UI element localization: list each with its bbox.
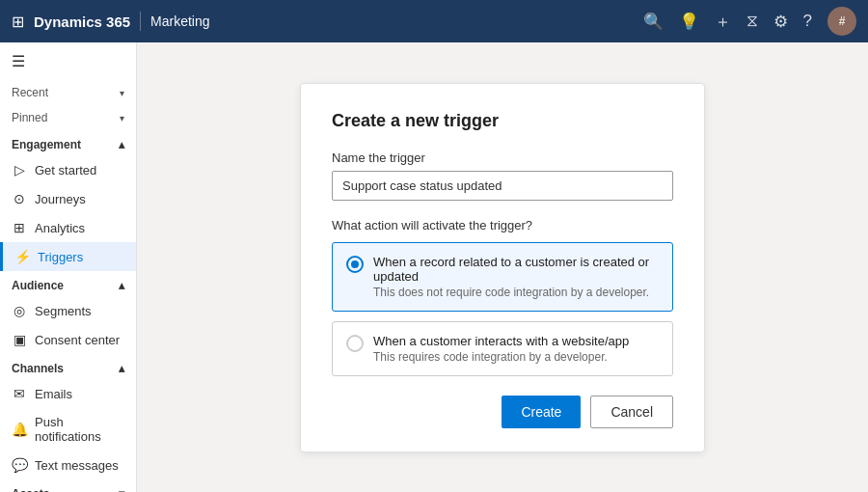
grid-icon[interactable]: ⊞ [12,13,24,31]
pinned-section[interactable]: Pinned ▾ [0,105,136,130]
option2-main: When a customer interacts with a website… [373,334,629,348]
sidebar-item-analytics[interactable]: ⊞ Analytics [0,213,136,242]
create-button[interactable]: Create [502,396,581,428]
email-icon: ✉ [12,386,27,401]
name-label: Name the trigger [332,150,673,165]
push-icon: 🔔 [12,422,27,437]
channels-group: Channels ▴ [0,354,136,379]
analytics-icon: ⊞ [12,220,27,235]
recent-chevron: ▾ [120,88,124,98]
main-content: Create a new trigger Name the trigger Wh… [137,42,868,492]
channels-chevron: ▴ [119,362,124,375]
sidebar-item-get-started[interactable]: ▷ Get started [0,155,136,184]
pinned-chevron: ▾ [120,113,124,123]
sidebar: ☰ Recent ▾ Pinned ▾ Engagement ▴ ▷ Get s… [0,42,137,492]
module-name: Marketing [150,14,209,29]
radio-option-website[interactable]: When a customer interacts with a website… [332,321,673,376]
trigger-name-input[interactable] [332,171,673,201]
sidebar-item-text-messages[interactable]: 💬 Text messages [0,451,136,479]
assets-group: Assets ▾ [0,479,136,492]
radio-option-record[interactable]: When a record related to a customer is c… [332,242,673,312]
assets-chevron: ▾ [119,487,124,492]
topbar-actions: 🔍 💡 ＋ ⧖ ⚙ ? # [643,7,856,36]
audience-chevron: ▴ [119,279,124,292]
pinned-label: Pinned [12,111,47,124]
triggers-icon: ⚡ [14,249,30,264]
topbar: ⊞ Dynamics 365 Marketing 🔍 💡 ＋ ⧖ ⚙ ? # [0,0,868,42]
recent-label: Recent [12,86,48,99]
consent-icon: ▣ [12,332,27,347]
option1-sub: This does not require code integration b… [373,286,659,299]
user-avatar[interactable]: # [827,7,856,36]
sidebar-item-push-notifications[interactable]: 🔔 Push notifications [0,408,136,451]
filter-icon[interactable]: ⧖ [746,12,758,31]
option2-sub: This requires code integration by a deve… [373,350,629,364]
sidebar-item-triggers[interactable]: ⚡ Triggers [0,242,136,271]
recent-section[interactable]: Recent ▾ [0,80,136,105]
action-question: What action will activate the trigger? [332,218,673,232]
radio-circle-record [346,256,364,273]
dialog-actions: Create Cancel [332,396,673,428]
cancel-button[interactable]: Cancel [590,396,673,428]
lightbulb-icon[interactable]: 💡 [679,12,699,32]
search-icon[interactable]: 🔍 [643,12,664,32]
audience-group: Audience ▴ [0,271,136,296]
engagement-group: Engagement ▴ [0,130,136,155]
brand-name: Dynamics 365 [34,14,130,30]
segments-icon: ◎ [12,303,27,318]
sidebar-item-consent-center[interactable]: ▣ Consent center [0,325,136,354]
option1-main: When a record related to a customer is c… [373,255,659,284]
help-icon[interactable]: ? [803,12,812,31]
sms-icon: 💬 [12,457,27,473]
sidebar-item-segments[interactable]: ◎ Segments [0,296,136,325]
add-icon[interactable]: ＋ [715,11,731,33]
settings-icon[interactable]: ⚙ [773,12,788,32]
get-started-icon: ▷ [12,162,27,178]
dialog-title: Create a new trigger [332,111,673,131]
engagement-chevron: ▴ [119,138,124,151]
radio-circle-website [346,335,364,352]
create-trigger-dialog: Create a new trigger Name the trigger Wh… [300,83,705,452]
hamburger-button[interactable]: ☰ [0,42,136,80]
sidebar-item-journeys[interactable]: ⊙ Journeys [0,184,136,213]
brand: Dynamics 365 [34,14,130,30]
topbar-divider [140,12,141,31]
layout: ☰ Recent ▾ Pinned ▾ Engagement ▴ ▷ Get s… [0,42,868,492]
sidebar-item-emails[interactable]: ✉ Emails [0,379,136,408]
journeys-icon: ⊙ [12,191,27,206]
